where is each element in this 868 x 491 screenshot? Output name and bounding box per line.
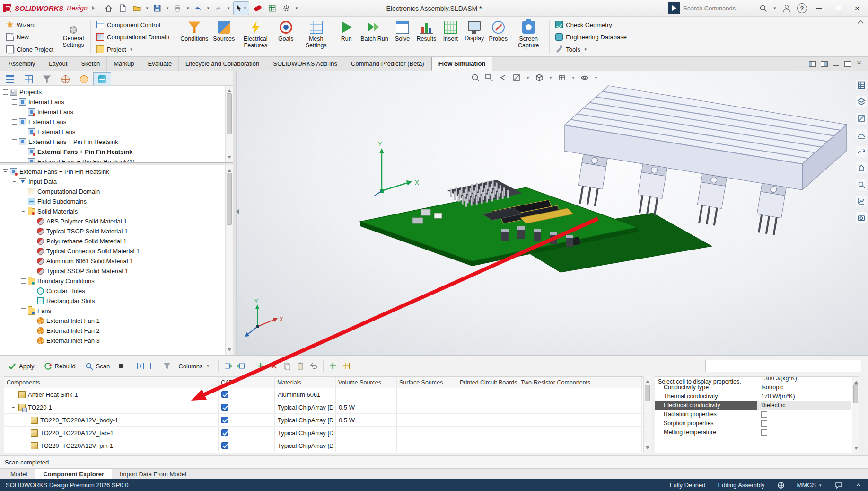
tree-expander[interactable]: −	[21, 209, 26, 214]
analysis-tree-item-rectangular-slots[interactable]: Rectangular Slots	[0, 296, 225, 306]
print-caret-icon[interactable]	[185, 6, 190, 10]
cell[interactable]	[457, 414, 518, 426]
section-caret-icon[interactable]	[526, 75, 530, 80]
component-row-to220-1[interactable]: −TO220-1Typical ChipArray [D0.5 W	[4, 401, 643, 414]
cell[interactable]	[457, 439, 518, 452]
property-checkbox[interactable]	[761, 429, 767, 436]
property-checkbox[interactable]	[761, 411, 767, 418]
clone-project-button[interactable]: Clone Project	[4, 44, 56, 55]
settings-gear-icon[interactable]	[280, 2, 293, 15]
probe-icon[interactable]	[856, 179, 867, 190]
component-control-button[interactable]: Component Control	[94, 19, 172, 30]
rebuild-button[interactable]: Rebuild	[40, 360, 80, 373]
display-style-icon[interactable]	[557, 73, 567, 82]
cell[interactable]: Typical ChipArray [D	[275, 439, 336, 452]
column-header-components[interactable]: Components	[4, 377, 219, 388]
view-orientation-caret-icon[interactable]	[548, 75, 553, 80]
tab-property-manager[interactable]	[19, 72, 37, 85]
view-orientation-icon[interactable]	[535, 73, 544, 82]
property-value[interactable]	[757, 428, 851, 437]
tab-command-predictor-beta[interactable]: Command Predictor (Beta)	[344, 57, 431, 71]
search-caret-icon[interactable]	[772, 6, 777, 10]
tree-expander[interactable]: −	[12, 139, 17, 144]
property-value[interactable]: 170 W/(m*K)	[757, 392, 851, 401]
conditions-button[interactable]: Conditions	[178, 19, 210, 42]
wizard-button[interactable]: Wizard	[4, 19, 56, 30]
cell[interactable]: Aluminum 6061	[275, 388, 336, 401]
enabled-checkbox[interactable]	[221, 404, 228, 411]
property-row-melting-temperature[interactable]: Melting temperature	[655, 428, 851, 437]
analysis-tree-item-typical-tsop-solid-material-1[interactable]: Typical TSOP Solid Material 1	[0, 226, 225, 236]
import-table-icon[interactable]	[235, 360, 247, 372]
project-tree-scrollbar[interactable]	[225, 86, 233, 162]
measure-capsule-icon[interactable]	[252, 2, 264, 15]
tab-layout[interactable]: Layout	[42, 57, 74, 71]
run-button[interactable]: Run	[334, 19, 358, 42]
enabled-checkbox[interactable]	[221, 442, 228, 449]
display-style-caret-icon[interactable]	[571, 75, 576, 80]
tab-assembly[interactable]: Assembly	[2, 57, 42, 71]
analysis-tree-item-fluid-subdomains[interactable]: Fluid Subdomains	[0, 196, 225, 206]
tree-expander[interactable]: −	[3, 89, 8, 95]
project-tree-item-external-fans[interactable]: External Fans	[0, 127, 225, 137]
panel-splitter[interactable]	[233, 71, 237, 355]
section-view-icon[interactable]	[512, 73, 521, 82]
row-expander[interactable]: −	[11, 405, 16, 410]
project-tree-item-internal-fans[interactable]: −Internal Fans	[0, 97, 225, 107]
column-header-printed-circuit-boards[interactable]: Printed Circuit Boards	[457, 377, 518, 388]
cell[interactable]	[457, 401, 518, 413]
tab-feature-tree[interactable]	[1, 72, 19, 85]
copy-icon[interactable]	[281, 360, 293, 372]
tab-configuration-manager[interactable]	[38, 72, 56, 85]
export-excel-icon[interactable]	[327, 360, 339, 372]
property-row-electrical-conductivity[interactable]: Electrical conductivityDielectric	[655, 401, 851, 410]
cell[interactable]	[397, 401, 457, 413]
cell[interactable]	[518, 401, 642, 413]
zoom-area-icon[interactable]	[484, 73, 494, 82]
cell[interactable]	[518, 427, 642, 439]
solve-button[interactable]: Solve	[391, 19, 414, 42]
ribbon-collapse-icon[interactable]	[856, 18, 866, 27]
bottom-tab-import-data-from-model[interactable]: Import Data From Model	[112, 469, 194, 479]
table-scrollbar[interactable]	[643, 376, 651, 453]
tab-dimxpert[interactable]	[56, 72, 74, 85]
add-row-icon[interactable]	[254, 360, 267, 372]
user-account-icon[interactable]	[780, 2, 793, 15]
comments-icon[interactable]	[835, 482, 842, 489]
tree-expander[interactable]: −	[12, 99, 17, 105]
component-row-to220-to220a12v-pin-1[interactable]: TO220_TO220A12V_pin-1Typical ChipArray […	[4, 439, 643, 452]
minimize-button[interactable]	[811, 1, 827, 15]
project-tree-item-external-fans[interactable]: −External Fans	[0, 117, 225, 127]
doc-restore-icon[interactable]	[844, 61, 851, 67]
property-checkbox[interactable]	[761, 420, 767, 427]
zoom-fit-icon[interactable]	[471, 73, 480, 82]
analysis-tree-item-typical-ssop-solid-material-1[interactable]: Typical SSOP Solid Material 1	[0, 266, 225, 276]
close-button[interactable]	[849, 1, 865, 15]
analysis-tree-item-computational-domain[interactable]: Computational Domain	[0, 187, 225, 196]
redo-caret-icon[interactable]	[226, 6, 231, 10]
screen-capture-button[interactable]: Screen Capture	[510, 19, 547, 49]
search-input[interactable]: Search Commands	[683, 5, 754, 12]
open-caret-icon[interactable]	[145, 6, 149, 10]
property-value[interactable]	[757, 419, 851, 428]
stop-icon[interactable]	[115, 360, 127, 372]
hide-show-caret-icon[interactable]	[594, 75, 598, 80]
search-launch-button[interactable]	[668, 2, 680, 14]
filter-rows-icon[interactable]	[161, 360, 173, 372]
goals-button[interactable]: Goals	[274, 19, 298, 42]
project-tree-item-external-fans-pin-fin-heatsink[interactable]: External Fans + Pin Fin Heatsink	[0, 147, 225, 157]
open-icon[interactable]	[131, 2, 143, 15]
mesh-settings-button[interactable]: Mesh Settings	[298, 19, 334, 49]
settings-caret-icon[interactable]	[294, 6, 299, 10]
columns-button[interactable]: Columns	[174, 360, 214, 372]
export-table-icon[interactable]	[222, 360, 234, 372]
batch-run-button[interactable]: Batch Run	[358, 19, 390, 42]
cell[interactable]	[336, 439, 397, 452]
tree-expander[interactable]: −	[12, 179, 17, 184]
bottom-tab-model[interactable]: Model	[3, 469, 35, 479]
home-icon[interactable]	[102, 2, 115, 15]
column-header-volume-sources[interactable]: Volume Sources	[336, 377, 397, 388]
display-button[interactable]: Display	[462, 19, 486, 42]
cell[interactable]: 0.5 W	[336, 414, 397, 426]
tab-solidworks-add-ins[interactable]: SOLIDWORKS Add-Ins	[266, 57, 344, 71]
